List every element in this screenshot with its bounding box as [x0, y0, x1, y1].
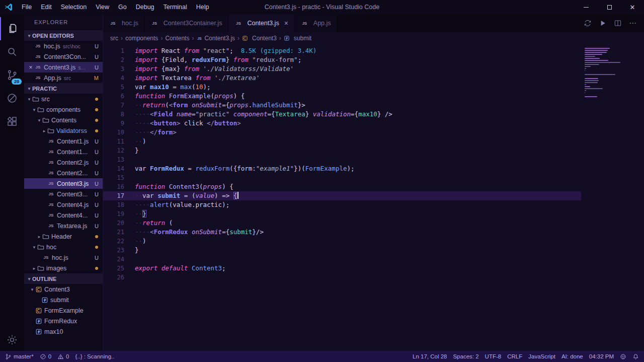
code-line-20[interactable]: 20··return (	[103, 219, 581, 228]
open-editor-content3con[interactable]: JSContent3Con...U	[24, 51, 103, 62]
status-0[interactable]: 0	[57, 351, 69, 362]
code-line-24[interactable]: 24	[103, 255, 581, 264]
status-crlf[interactable]: CRLF	[507, 351, 522, 362]
minimize-button[interactable]	[575, 0, 598, 14]
code-editor[interactable]: 1import React from "react"; 8.5K (gzippe…	[103, 44, 644, 351]
maximize-button[interactable]	[598, 0, 621, 14]
outline-item-formexample[interactable]: FormExample	[24, 305, 103, 316]
breadcrumb-item-content3-js[interactable]: JSContent3.js	[196, 35, 235, 42]
run-icon[interactable]	[599, 19, 607, 27]
activity-search-button[interactable]	[0, 40, 24, 63]
close-editor-icon[interactable]: ×	[27, 64, 34, 71]
code-line-14[interactable]: 14var FormRedux = reduxForm({form:"examp…	[103, 164, 581, 173]
menu-file[interactable]: File	[17, 0, 36, 14]
tree-folder-header[interactable]: ▸Header	[24, 231, 103, 242]
code-line-26[interactable]: 26	[103, 273, 581, 282]
settings-button[interactable]	[0, 329, 24, 351]
status-javascript[interactable]: JavaScript	[528, 351, 555, 362]
status-scanning[interactable]: {..} : Scanning..	[75, 351, 114, 362]
code-line-16[interactable]: 16function Content3(props) {	[103, 182, 581, 191]
tree-file-content3-js[interactable]: JSContent3.jsU	[24, 178, 103, 189]
breadcrumb-item-submit[interactable]: submit	[284, 35, 311, 42]
open-editor-app-js[interactable]: JSApp.jssrcM	[24, 73, 103, 83]
status-master[interactable]: master*	[5, 351, 34, 362]
code-line-2[interactable]: 2import {Field, reduxForm} from "redux-f…	[103, 55, 581, 64]
status-utf-8[interactable]: UTF-8	[485, 351, 502, 362]
code-line-13[interactable]: 13	[103, 155, 581, 164]
minimap[interactable]	[585, 47, 625, 100]
tree-folder-validatorss[interactable]: ▸Validatorss	[24, 125, 103, 136]
code-line-18[interactable]: 18····alert(value.practic);	[103, 200, 581, 209]
code-line-21[interactable]: 21····<FormRedux onSubmit={submit}/>	[103, 228, 581, 237]
menu-go[interactable]: Go	[114, 0, 131, 14]
code-line-4[interactable]: 4import Textarea from './Textarea'	[103, 74, 581, 83]
close-window-button[interactable]: ✕	[621, 0, 644, 14]
tree-file-content3[interactable]: JSContent3...U	[24, 189, 103, 199]
menu-edit[interactable]: Edit	[36, 0, 56, 14]
status-0[interactable]: 0	[40, 351, 51, 362]
open-editors-header[interactable]: ▾ OPEN EDITORS	[24, 30, 103, 41]
code-line-9[interactable]: 9····<button> click </button>	[103, 119, 581, 128]
sync-icon[interactable]	[584, 19, 592, 27]
tree-file-content2[interactable]: JSContent2...U	[24, 168, 103, 178]
breadcrumb-item-contents[interactable]: Contents	[165, 35, 189, 42]
outline-item-submit[interactable]: submit	[24, 295, 103, 305]
status-04-32-pm[interactable]: 04:32 PM	[589, 351, 614, 362]
tab-content3-js[interactable]: JSContent3.js×	[228, 14, 294, 32]
tree-file-content1-js[interactable]: JSContent1.jsU	[24, 136, 103, 147]
tree-file-content2-js[interactable]: JSContent2.jsU	[24, 157, 103, 168]
tree-file-content1[interactable]: JSContent1...U	[24, 147, 103, 157]
menu-view[interactable]: View	[91, 0, 114, 14]
menu-terminal[interactable]: Terminal	[159, 0, 192, 14]
open-editor-content3-js[interactable]: ×JSContent3.jss...U	[24, 62, 103, 73]
activity-extensions-button[interactable]	[0, 110, 24, 133]
code-line-19[interactable]: 19··}	[103, 209, 581, 219]
code-line-22[interactable]: 22··)	[103, 237, 581, 246]
breadcrumb-item-components[interactable]: components	[125, 35, 158, 42]
status-bell-icon[interactable]	[632, 351, 639, 362]
code-line-7[interactable]: 7··return(<form onSubmit={props.handleSu…	[103, 101, 581, 110]
code-line-5[interactable]: 5var max10 = max(10);	[103, 83, 581, 92]
code-line-25[interactable]: 25export default Content3;	[103, 264, 581, 273]
tree-file-content4-js[interactable]: JSContent4.jsU	[24, 199, 103, 210]
status-spaces-2[interactable]: Spaces: 2	[453, 351, 478, 362]
code-line-11[interactable]: 11··)	[103, 137, 581, 146]
activity-source-control-button[interactable]: 20	[0, 63, 24, 87]
project-section-header[interactable]: ▾ PRACTIC	[24, 83, 103, 94]
split-editor-icon[interactable]	[614, 19, 622, 27]
activity-debug-button[interactable]	[0, 87, 24, 110]
code-line-15[interactable]: 15	[103, 173, 581, 182]
outline-item-max10[interactable]: max10	[24, 326, 103, 337]
menu-help[interactable]: Help	[192, 0, 214, 14]
tree-folder-src[interactable]: ▾src	[24, 94, 103, 104]
tree-file-textarea-js[interactable]: JSTextarea.jsU	[24, 221, 103, 231]
tab-content3container-js[interactable]: JSContent3Container.js	[145, 14, 229, 32]
code-line-10[interactable]: 10····</form>	[103, 128, 581, 137]
open-editor-hoc-js[interactable]: JShoc.jssrc\hocU	[24, 41, 103, 51]
breadcrumb-item-content3[interactable]: Content3	[242, 35, 277, 42]
tree-folder-components[interactable]: ▾components	[24, 104, 103, 115]
menu-selection[interactable]: Selection	[56, 0, 91, 14]
outline-item-formredux[interactable]: FormRedux	[24, 316, 103, 326]
status-ai-done[interactable]: AI: done	[561, 351, 583, 362]
close-tab-icon[interactable]: ×	[284, 19, 288, 27]
tree-file-content4[interactable]: JSContent4...U	[24, 210, 103, 221]
tree-folder-contents[interactable]: ▾Contents	[24, 115, 103, 125]
code-line-12[interactable]: 12}	[103, 146, 581, 155]
tree-folder-images[interactable]: ▸images	[24, 263, 103, 273]
breadcrumb-item-src[interactable]: src	[110, 35, 118, 42]
status-ln-17-col-28[interactable]: Ln 17, Col 28	[413, 351, 447, 362]
tab-app-js[interactable]: JSApp.js	[295, 14, 338, 32]
code-line-1[interactable]: 1import React from "react"; 8.5K (gzippe…	[103, 46, 581, 55]
code-line-6[interactable]: 6function FormExample(props) {	[103, 92, 581, 101]
code-line-23[interactable]: 23}	[103, 246, 581, 255]
tree-file-hoc-js[interactable]: JShoc.jsU	[24, 252, 103, 263]
outline-item-content3[interactable]: ▾Content3	[24, 284, 103, 295]
menu-debug[interactable]: Debug	[131, 0, 159, 14]
code-line-3[interactable]: 3import {max} from './Validatorss/Valida…	[103, 64, 581, 74]
code-line-17[interactable]: 17··var submit = (value) => {	[103, 191, 581, 200]
outline-section-header[interactable]: ▾ OUTLINE	[24, 273, 103, 284]
tab-hoc-js[interactable]: JShoc.js	[103, 14, 145, 32]
status-smiley-icon[interactable]	[620, 351, 626, 362]
more-actions-icon[interactable]: ⋯	[629, 19, 637, 28]
